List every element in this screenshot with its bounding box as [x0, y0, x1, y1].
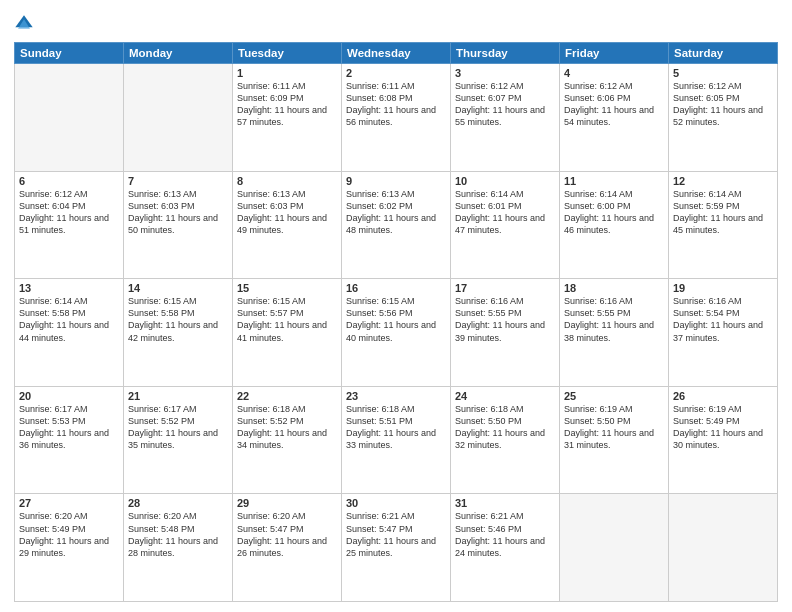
calendar-cell: 9Sunrise: 6:13 AMSunset: 6:02 PMDaylight… — [342, 171, 451, 279]
logo — [14, 14, 38, 34]
day-number: 10 — [455, 175, 555, 187]
day-info: Sunrise: 6:12 AMSunset: 6:04 PMDaylight:… — [19, 188, 119, 237]
day-info: Sunrise: 6:12 AMSunset: 6:05 PMDaylight:… — [673, 80, 773, 129]
weekday-header-cell: Sunday — [15, 43, 124, 64]
calendar-cell: 22Sunrise: 6:18 AMSunset: 5:52 PMDayligh… — [233, 386, 342, 494]
day-info: Sunrise: 6:16 AMSunset: 5:54 PMDaylight:… — [673, 295, 773, 344]
day-number: 22 — [237, 390, 337, 402]
weekday-header-cell: Monday — [124, 43, 233, 64]
day-number: 24 — [455, 390, 555, 402]
calendar-cell: 28Sunrise: 6:20 AMSunset: 5:48 PMDayligh… — [124, 494, 233, 602]
calendar-cell: 3Sunrise: 6:12 AMSunset: 6:07 PMDaylight… — [451, 64, 560, 172]
calendar-week-row: 13Sunrise: 6:14 AMSunset: 5:58 PMDayligh… — [15, 279, 778, 387]
logo-icon — [14, 14, 34, 34]
day-number: 21 — [128, 390, 228, 402]
day-info: Sunrise: 6:16 AMSunset: 5:55 PMDaylight:… — [455, 295, 555, 344]
day-number: 12 — [673, 175, 773, 187]
calendar-page: SundayMondayTuesdayWednesdayThursdayFrid… — [0, 0, 792, 612]
calendar-cell: 27Sunrise: 6:20 AMSunset: 5:49 PMDayligh… — [15, 494, 124, 602]
calendar-cell: 5Sunrise: 6:12 AMSunset: 6:05 PMDaylight… — [669, 64, 778, 172]
day-number: 16 — [346, 282, 446, 294]
calendar-cell: 23Sunrise: 6:18 AMSunset: 5:51 PMDayligh… — [342, 386, 451, 494]
calendar-cell — [124, 64, 233, 172]
day-number: 20 — [19, 390, 119, 402]
calendar-cell — [669, 494, 778, 602]
day-info: Sunrise: 6:21 AMSunset: 5:47 PMDaylight:… — [346, 510, 446, 559]
calendar-cell: 1Sunrise: 6:11 AMSunset: 6:09 PMDaylight… — [233, 64, 342, 172]
weekday-header-cell: Saturday — [669, 43, 778, 64]
day-info: Sunrise: 6:17 AMSunset: 5:53 PMDaylight:… — [19, 403, 119, 452]
calendar-cell: 24Sunrise: 6:18 AMSunset: 5:50 PMDayligh… — [451, 386, 560, 494]
day-info: Sunrise: 6:13 AMSunset: 6:03 PMDaylight:… — [128, 188, 228, 237]
day-info: Sunrise: 6:14 AMSunset: 6:00 PMDaylight:… — [564, 188, 664, 237]
calendar-cell: 25Sunrise: 6:19 AMSunset: 5:50 PMDayligh… — [560, 386, 669, 494]
day-number: 15 — [237, 282, 337, 294]
day-info: Sunrise: 6:14 AMSunset: 6:01 PMDaylight:… — [455, 188, 555, 237]
day-info: Sunrise: 6:20 AMSunset: 5:48 PMDaylight:… — [128, 510, 228, 559]
calendar-week-row: 6Sunrise: 6:12 AMSunset: 6:04 PMDaylight… — [15, 171, 778, 279]
day-info: Sunrise: 6:16 AMSunset: 5:55 PMDaylight:… — [564, 295, 664, 344]
calendar-week-row: 27Sunrise: 6:20 AMSunset: 5:49 PMDayligh… — [15, 494, 778, 602]
day-number: 6 — [19, 175, 119, 187]
day-number: 30 — [346, 497, 446, 509]
day-number: 3 — [455, 67, 555, 79]
day-number: 13 — [19, 282, 119, 294]
weekday-header-cell: Friday — [560, 43, 669, 64]
day-number: 2 — [346, 67, 446, 79]
calendar-cell: 4Sunrise: 6:12 AMSunset: 6:06 PMDaylight… — [560, 64, 669, 172]
calendar-week-row: 1Sunrise: 6:11 AMSunset: 6:09 PMDaylight… — [15, 64, 778, 172]
calendar-cell: 31Sunrise: 6:21 AMSunset: 5:46 PMDayligh… — [451, 494, 560, 602]
weekday-header-cell: Thursday — [451, 43, 560, 64]
weekday-header-cell: Wednesday — [342, 43, 451, 64]
day-number: 27 — [19, 497, 119, 509]
calendar-cell: 17Sunrise: 6:16 AMSunset: 5:55 PMDayligh… — [451, 279, 560, 387]
calendar-cell: 8Sunrise: 6:13 AMSunset: 6:03 PMDaylight… — [233, 171, 342, 279]
day-info: Sunrise: 6:17 AMSunset: 5:52 PMDaylight:… — [128, 403, 228, 452]
weekday-header-cell: Tuesday — [233, 43, 342, 64]
day-info: Sunrise: 6:20 AMSunset: 5:49 PMDaylight:… — [19, 510, 119, 559]
day-number: 26 — [673, 390, 773, 402]
day-info: Sunrise: 6:12 AMSunset: 6:07 PMDaylight:… — [455, 80, 555, 129]
day-number: 25 — [564, 390, 664, 402]
calendar-cell — [15, 64, 124, 172]
day-number: 31 — [455, 497, 555, 509]
header — [14, 10, 778, 34]
day-info: Sunrise: 6:11 AMSunset: 6:08 PMDaylight:… — [346, 80, 446, 129]
day-number: 5 — [673, 67, 773, 79]
day-info: Sunrise: 6:20 AMSunset: 5:47 PMDaylight:… — [237, 510, 337, 559]
calendar-cell: 16Sunrise: 6:15 AMSunset: 5:56 PMDayligh… — [342, 279, 451, 387]
day-number: 14 — [128, 282, 228, 294]
calendar-cell: 20Sunrise: 6:17 AMSunset: 5:53 PMDayligh… — [15, 386, 124, 494]
calendar-body: 1Sunrise: 6:11 AMSunset: 6:09 PMDaylight… — [15, 64, 778, 602]
day-number: 11 — [564, 175, 664, 187]
calendar-cell: 26Sunrise: 6:19 AMSunset: 5:49 PMDayligh… — [669, 386, 778, 494]
day-number: 18 — [564, 282, 664, 294]
calendar-cell: 15Sunrise: 6:15 AMSunset: 5:57 PMDayligh… — [233, 279, 342, 387]
calendar-week-row: 20Sunrise: 6:17 AMSunset: 5:53 PMDayligh… — [15, 386, 778, 494]
calendar-cell: 29Sunrise: 6:20 AMSunset: 5:47 PMDayligh… — [233, 494, 342, 602]
day-info: Sunrise: 6:14 AMSunset: 5:59 PMDaylight:… — [673, 188, 773, 237]
calendar-cell: 7Sunrise: 6:13 AMSunset: 6:03 PMDaylight… — [124, 171, 233, 279]
day-number: 29 — [237, 497, 337, 509]
calendar-cell — [560, 494, 669, 602]
day-info: Sunrise: 6:15 AMSunset: 5:56 PMDaylight:… — [346, 295, 446, 344]
calendar-table: SundayMondayTuesdayWednesdayThursdayFrid… — [14, 42, 778, 602]
calendar-cell: 12Sunrise: 6:14 AMSunset: 5:59 PMDayligh… — [669, 171, 778, 279]
day-info: Sunrise: 6:18 AMSunset: 5:51 PMDaylight:… — [346, 403, 446, 452]
day-number: 19 — [673, 282, 773, 294]
weekday-header-row: SundayMondayTuesdayWednesdayThursdayFrid… — [15, 43, 778, 64]
day-number: 23 — [346, 390, 446, 402]
calendar-cell: 30Sunrise: 6:21 AMSunset: 5:47 PMDayligh… — [342, 494, 451, 602]
day-info: Sunrise: 6:18 AMSunset: 5:50 PMDaylight:… — [455, 403, 555, 452]
day-info: Sunrise: 6:19 AMSunset: 5:49 PMDaylight:… — [673, 403, 773, 452]
day-info: Sunrise: 6:12 AMSunset: 6:06 PMDaylight:… — [564, 80, 664, 129]
calendar-cell: 14Sunrise: 6:15 AMSunset: 5:58 PMDayligh… — [124, 279, 233, 387]
day-info: Sunrise: 6:18 AMSunset: 5:52 PMDaylight:… — [237, 403, 337, 452]
day-number: 17 — [455, 282, 555, 294]
day-number: 7 — [128, 175, 228, 187]
day-number: 4 — [564, 67, 664, 79]
day-info: Sunrise: 6:13 AMSunset: 6:03 PMDaylight:… — [237, 188, 337, 237]
calendar-cell: 10Sunrise: 6:14 AMSunset: 6:01 PMDayligh… — [451, 171, 560, 279]
day-info: Sunrise: 6:15 AMSunset: 5:58 PMDaylight:… — [128, 295, 228, 344]
day-number: 28 — [128, 497, 228, 509]
